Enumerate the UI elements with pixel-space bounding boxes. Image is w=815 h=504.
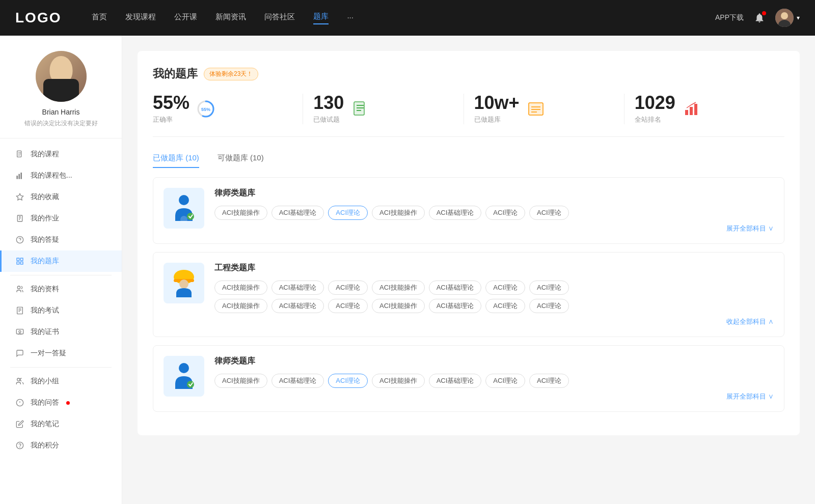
notification-button[interactable] bbox=[754, 12, 765, 23]
tag-eng-7[interactable]: ACI理论 bbox=[529, 281, 569, 295]
topic-title-lawyer-2: 律师类题库 bbox=[214, 356, 774, 367]
sidebar: Brian Harris 错误的决定比没有决定要好 我的课程 我的课程包... bbox=[0, 36, 122, 504]
expand-lawyer2-link[interactable]: 展开全部科目 ∨ bbox=[214, 392, 774, 401]
sidebar-item-my-points[interactable]: 我的积分 bbox=[0, 435, 122, 456]
nav-qa[interactable]: 问答社区 bbox=[264, 12, 295, 24]
tag-lawyer2-2[interactable]: ACI基础理论 bbox=[271, 374, 324, 388]
tag-lawyer2-6[interactable]: ACI理论 bbox=[485, 374, 525, 388]
svg-point-52 bbox=[179, 195, 189, 205]
sidebar-label-my-questions: 我的问答 bbox=[31, 398, 59, 407]
svg-rect-20 bbox=[20, 262, 23, 264]
tag-eng-12[interactable]: ACI基础理论 bbox=[429, 299, 482, 313]
tag-eng-14[interactable]: ACI理论 bbox=[529, 299, 569, 313]
tag-lawyer2-7[interactable]: ACI理论 bbox=[529, 374, 569, 388]
notification-dot bbox=[762, 11, 766, 15]
list-icon bbox=[527, 100, 545, 118]
user-avatar-button[interactable]: ▾ bbox=[775, 9, 800, 27]
sidebar-item-my-notes[interactable]: 我的笔记 bbox=[0, 413, 122, 435]
expand-lawyer-link[interactable]: 展开全部科目 ∨ bbox=[214, 224, 774, 233]
tag-lawyer-3[interactable]: ACI理论 bbox=[328, 206, 368, 220]
sidebar-item-my-courses[interactable]: 我的课程 bbox=[0, 144, 122, 165]
sidebar-item-my-data[interactable]: 我的资料 bbox=[0, 278, 122, 300]
sidebar-label-favorites: 我的收藏 bbox=[31, 192, 59, 202]
sidebar-item-course-package[interactable]: 我的课程包... bbox=[0, 165, 122, 186]
tag-eng-4[interactable]: ACI技能操作 bbox=[372, 281, 425, 295]
sidebar-label-1on1-qa: 一对一答疑 bbox=[31, 349, 66, 358]
circle-progress-icon: 55% bbox=[197, 100, 215, 118]
tag-lawyer-2[interactable]: ACI基础理论 bbox=[271, 206, 324, 220]
sidebar-item-1on1-qa[interactable]: 一对一答疑 bbox=[0, 343, 122, 364]
svg-marker-10 bbox=[16, 193, 23, 200]
tag-lawyer2-4[interactable]: ACI技能操作 bbox=[372, 374, 425, 388]
svg-rect-8 bbox=[18, 174, 20, 179]
stat-value-done-banks: 10w+ bbox=[474, 94, 520, 112]
tag-lawyer-7[interactable]: ACI理论 bbox=[529, 206, 569, 220]
tag-lawyer-1[interactable]: ACI技能操作 bbox=[214, 206, 267, 220]
sidebar-label-my-group: 我的小组 bbox=[31, 377, 59, 386]
sidebar-item-my-questions[interactable]: 我的问答 bbox=[0, 392, 122, 413]
doc-icon bbox=[351, 100, 369, 118]
topic-section-engineering: 工程类题库 ACI技能操作 ACI基础理论 ACI理论 ACI技能操作 ACI基… bbox=[153, 252, 784, 337]
tag-eng-11[interactable]: ACI技能操作 bbox=[372, 299, 425, 313]
svg-rect-49 bbox=[685, 110, 688, 115]
topic-content-engineering: 工程类题库 ACI技能操作 ACI基础理论 ACI理论 ACI技能操作 ACI基… bbox=[214, 263, 774, 326]
tag-lawyer2-1[interactable]: ACI技能操作 bbox=[214, 374, 267, 388]
topic-icon-lawyer bbox=[164, 188, 204, 229]
tag-lawyer-5[interactable]: ACI基础理论 bbox=[429, 206, 482, 220]
tag-eng-1[interactable]: ACI技能操作 bbox=[214, 281, 267, 295]
sidebar-item-question-bank[interactable]: 我的题库 bbox=[0, 250, 122, 272]
page-title: 我的题库 bbox=[153, 66, 198, 81]
main-layout: Brian Harris 错误的决定比没有决定要好 我的课程 我的课程包... bbox=[0, 36, 815, 504]
tag-eng-8[interactable]: ACI技能操作 bbox=[214, 299, 267, 313]
nav-home[interactable]: 首页 bbox=[92, 12, 107, 24]
svg-point-35 bbox=[20, 447, 20, 447]
tag-eng-10[interactable]: ACI理论 bbox=[328, 299, 368, 313]
sidebar-label-question-bank: 我的题库 bbox=[31, 257, 59, 266]
sidebar-item-my-group[interactable]: 我的小组 bbox=[0, 371, 122, 392]
collapse-engineering-link[interactable]: 收起全部科目 ∧ bbox=[214, 317, 774, 326]
sidebar-item-my-exam[interactable]: 我的考试 bbox=[0, 300, 122, 321]
tag-lawyer-6[interactable]: ACI理论 bbox=[485, 206, 525, 220]
trial-badge: 体验剩余23天！ bbox=[204, 68, 258, 80]
sidebar-item-my-qa[interactable]: 我的答疑 bbox=[0, 229, 122, 250]
stat-label-done-banks: 已做题库 bbox=[474, 115, 520, 124]
svg-rect-51 bbox=[694, 104, 697, 115]
chevron-down-icon: ▾ bbox=[797, 14, 800, 21]
star-icon bbox=[15, 192, 24, 202]
sidebar-label-course-package: 我的课程包... bbox=[31, 171, 72, 180]
nav-news[interactable]: 新闻资讯 bbox=[215, 12, 246, 24]
topic-tags-engineering-row2: ACI技能操作 ACI基础理论 ACI理论 ACI技能操作 ACI基础理论 AC… bbox=[214, 299, 774, 313]
sidebar-label-homework: 我的作业 bbox=[31, 214, 59, 223]
tag-eng-13[interactable]: ACI理论 bbox=[485, 299, 525, 313]
sidebar-label-my-exam: 我的考试 bbox=[31, 306, 59, 315]
tab-available-banks[interactable]: 可做题库 (10) bbox=[218, 149, 264, 167]
question-circle-icon bbox=[15, 235, 24, 244]
sidebar-item-my-certificate[interactable]: 我的证书 bbox=[0, 321, 122, 343]
sidebar-item-favorites[interactable]: 我的收藏 bbox=[0, 186, 122, 208]
svg-text:55%: 55% bbox=[201, 107, 210, 112]
stat-site-rank: 1029 全站排名 bbox=[624, 94, 784, 124]
tag-lawyer2-5[interactable]: ACI基础理论 bbox=[429, 374, 482, 388]
tag-eng-6[interactable]: ACI理论 bbox=[485, 281, 525, 295]
nav-discover[interactable]: 发现课程 bbox=[125, 12, 156, 24]
tag-eng-9[interactable]: ACI基础理论 bbox=[271, 299, 324, 313]
tag-lawyer2-3[interactable]: ACI理论 bbox=[328, 374, 368, 388]
tab-done-banks[interactable]: 已做题库 (10) bbox=[153, 149, 199, 167]
main-content: 我的题库 体验剩余23天！ 55% 正确率 55% bbox=[122, 36, 815, 504]
tag-eng-3[interactable]: ACI理论 bbox=[328, 281, 368, 295]
qa-icon bbox=[15, 398, 24, 407]
tag-eng-2[interactable]: ACI基础理论 bbox=[271, 281, 324, 295]
exam-icon bbox=[15, 306, 24, 315]
sidebar-item-homework[interactable]: 我的作业 bbox=[0, 208, 122, 229]
tag-lawyer-4[interactable]: ACI技能操作 bbox=[372, 206, 425, 220]
logo[interactable]: LOGO bbox=[15, 10, 61, 26]
nav-public-course[interactable]: 公开课 bbox=[174, 12, 197, 24]
tag-eng-5[interactable]: ACI基础理论 bbox=[429, 281, 482, 295]
nav-more[interactable]: ··· bbox=[347, 13, 354, 23]
app-download-button[interactable]: APP下载 bbox=[715, 13, 744, 22]
svg-line-28 bbox=[18, 333, 20, 335]
nav-question-bank[interactable]: 题库 bbox=[313, 12, 329, 24]
svg-point-21 bbox=[17, 286, 20, 289]
topic-tags-lawyer: ACI技能操作 ACI基础理论 ACI理论 ACI技能操作 ACI基础理论 AC… bbox=[214, 206, 774, 220]
stat-label-site-rank: 全站排名 bbox=[635, 115, 675, 124]
